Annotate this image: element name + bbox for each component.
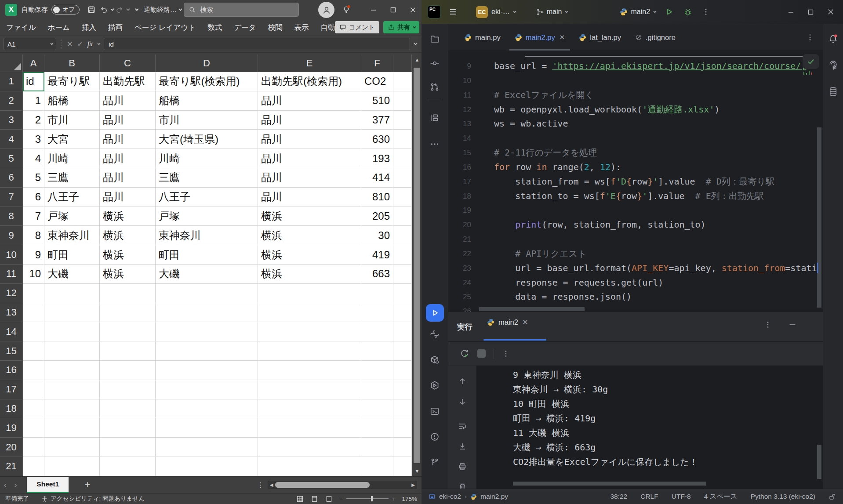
code-editor[interactable]: 9base_url = 'https://api.ekispert.jp/v1/… [448,51,823,312]
cell-E18[interactable] [258,399,361,419]
column-header-D[interactable]: D [156,54,258,72]
column-header-C[interactable]: C [100,54,156,72]
code-line-10[interactable]: 10 [448,73,823,88]
cell-D20[interactable] [156,438,258,457]
cell-partial-3[interactable] [393,111,412,130]
cell-C1[interactable]: 出勤先駅 [100,72,156,91]
statusbar-project[interactable]: eki-co2 [439,493,461,500]
cell-partial-19[interactable] [393,418,412,438]
column-header-B[interactable]: B [44,54,100,72]
expand-formula-bar-icon[interactable] [414,41,417,45]
line-number[interactable]: 15 [448,145,471,160]
code-line-18[interactable]: 18 station_to = ws[f'E{row}'].value # E列… [448,189,823,203]
ribbon-tab-1[interactable]: ホーム [48,23,70,33]
cell-C19[interactable] [100,418,156,438]
accessibility-status[interactable]: アクセシビリティ: 問題ありません [51,495,145,503]
cell-D3[interactable]: 市川 [156,111,258,130]
cell-partial-12[interactable] [393,284,412,303]
zoom-thumb[interactable] [371,496,373,501]
redo-dropdown-icon[interactable] [126,7,130,11]
console-output[interactable]: 9 東神奈川 横浜東神奈川 → 横浜: 30g10 町田 横浜町田 → 横浜: … [477,366,823,489]
cell-A21[interactable] [23,457,44,476]
stop-icon[interactable] [477,349,486,358]
cell-E4[interactable]: 品川 [258,130,361,149]
cell-B5[interactable]: 川崎 [44,149,100,168]
cell-B10[interactable]: 町田 [44,245,100,265]
scroll-to-end-icon[interactable] [448,442,476,451]
cell-A12[interactable] [23,284,44,303]
cell-D19[interactable] [156,418,258,438]
cell-C14[interactable] [100,322,156,341]
row-header-18[interactable]: 18 [0,399,23,419]
row-header-4[interactable]: 4 [0,130,23,149]
cell-partial-7[interactable] [393,188,412,207]
close-run-tab-icon[interactable]: ✕ [522,318,528,326]
row-header-12[interactable]: 12 [0,284,23,303]
cell-partial-5[interactable] [393,149,412,168]
project-selector[interactable]: eki-… [491,8,515,16]
cell-A20[interactable] [23,438,44,457]
code-line-16[interactable]: 16for row in range(2, 12): [448,160,823,174]
row-header-16[interactable]: 16 [0,361,23,380]
row-header-20[interactable]: 20 [0,438,23,457]
close-icon[interactable] [827,8,834,15]
cell-D9[interactable]: 東神奈川 [156,226,258,245]
cell-D11[interactable]: 大磯 [156,265,258,284]
cell-partial-10[interactable] [393,245,412,265]
cell-partial-17[interactable] [393,380,412,399]
column-header-E[interactable]: E [258,54,361,72]
cell-D10[interactable]: 町田 [156,245,258,265]
cell-E2[interactable]: 品川 [258,91,361,111]
problems-tool-icon[interactable] [422,432,448,442]
cell-F19[interactable] [361,418,393,438]
zoom-out-icon[interactable]: − [340,496,343,502]
run-button[interactable] [665,7,674,16]
line-ending[interactable]: CRLF [640,493,658,500]
search-box[interactable]: 検索 [184,3,299,17]
sheet-tab[interactable]: Sheet1 [27,477,69,493]
cell-E21[interactable] [258,457,361,476]
undo-icon[interactable] [98,4,109,15]
account-avatar[interactable] [318,2,334,18]
notifications-icon[interactable] [823,34,843,44]
up-stack-icon[interactable] [448,377,476,386]
cell-C10[interactable]: 横浜 [100,245,156,265]
cell-F2[interactable]: 510 [361,91,393,111]
line-number[interactable]: 14 [448,131,471,145]
cell-A2[interactable]: 1 [23,91,44,111]
cell-B12[interactable] [44,284,100,303]
cell-D15[interactable] [156,341,258,361]
row-header-15[interactable]: 15 [0,341,23,361]
page-break-view-icon[interactable] [325,495,333,503]
row-header-3[interactable]: 3 [0,111,23,130]
cell-partial-11[interactable] [393,265,412,284]
cell-D2[interactable]: 船橋 [156,91,258,111]
column-header-A[interactable]: A [23,54,44,72]
ribbon-tab-3[interactable]: 描画 [108,23,123,33]
cell-E3[interactable]: 品川 [258,111,361,130]
cell-partial-16[interactable] [393,361,412,380]
ribbon-tab-4[interactable]: ページ レイアウト [134,23,196,33]
cell-A4[interactable]: 3 [23,130,44,149]
cell-D14[interactable] [156,322,258,341]
cell-F5[interactable]: 193 [361,149,393,168]
cell-B18[interactable] [44,399,100,419]
cell-F16[interactable] [361,361,393,380]
code-line-23[interactable]: 23 url = base_url.format(API_KEY=api_key… [448,261,823,276]
cell-E13[interactable] [258,303,361,323]
cell-partial-2[interactable] [393,91,412,111]
cell-E8[interactable]: 横浜 [258,207,361,226]
project-tool-icon[interactable] [422,34,448,44]
ribbon-tab-8[interactable]: 表示 [294,23,309,33]
cell-D21[interactable] [156,457,258,476]
code-line-11[interactable]: 11# Excelファイルを開く [448,88,823,102]
cell-C13[interactable] [100,303,156,323]
cell-partial-18[interactable] [393,399,412,419]
row-header-5[interactable]: 5 [0,149,23,168]
branch-selector[interactable]: main [536,8,567,16]
select-all-corner[interactable] [0,54,23,72]
line-number[interactable]: 10 [448,73,471,88]
column-header-F[interactable]: F [361,54,393,72]
line-number[interactable]: 18 [448,189,471,203]
cell-partial-4[interactable] [393,130,412,149]
